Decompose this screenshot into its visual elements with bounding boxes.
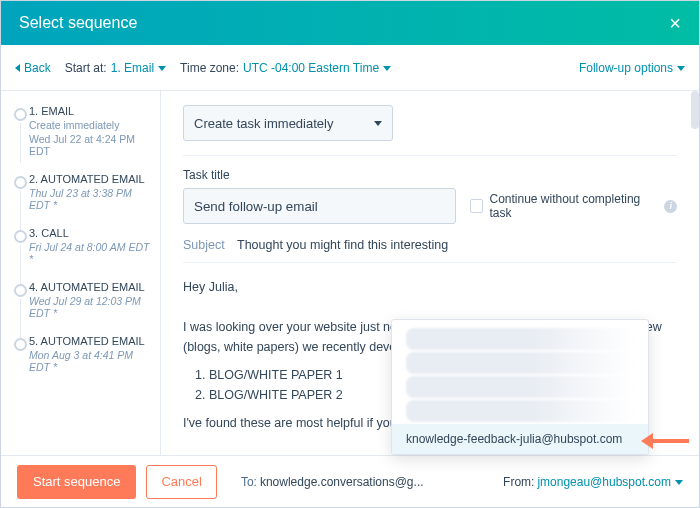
step-date: Thu Jul 23 at 3:38 PM EDT * [29, 187, 150, 211]
caret-down-icon [675, 480, 683, 485]
step-title: 2. AUTOMATED EMAIL [29, 173, 150, 185]
caret-down-icon [374, 121, 382, 126]
back-label: Back [24, 61, 51, 75]
suggestion-item-blurred[interactable] [406, 400, 634, 422]
close-icon[interactable]: × [669, 12, 681, 35]
followup-options-dropdown[interactable]: Follow-up options [579, 61, 685, 75]
start-sequence-button[interactable]: Start sequence [17, 465, 136, 499]
step-title: 3. CALL [29, 227, 150, 239]
task-timing-dropdown[interactable]: Create task immediately [183, 105, 393, 141]
timezone-label: Time zone: [180, 61, 239, 75]
modal-title: Select sequence [19, 14, 137, 32]
annotation-arrow [641, 433, 689, 449]
step-date: Wed Jul 22 at 4:24 PM EDT [29, 133, 150, 157]
email-suggestion-popup: knowledge-feedback-julia@hubspot.com [391, 319, 649, 455]
followup-label: Follow-up options [579, 61, 673, 75]
cancel-button[interactable]: Cancel [146, 465, 216, 499]
body-greeting: Hey Julia, [183, 277, 677, 297]
caret-down-icon [158, 66, 166, 71]
to-value[interactable]: knowledge.conversations@g... [260, 475, 424, 489]
from-dropdown[interactable]: jmongeau@hubspot.com [537, 475, 683, 489]
task-timing-value: Create task immediately [194, 116, 333, 131]
step-item[interactable]: 2. AUTOMATED EMAIL Thu Jul 23 at 3:38 PM… [11, 173, 150, 211]
suggestion-item-blurred[interactable] [406, 352, 634, 374]
scrollbar[interactable] [691, 91, 699, 129]
start-at-dropdown[interactable]: 1. Email [111, 61, 166, 75]
step-title: 5. AUTOMATED EMAIL [29, 335, 150, 347]
suggestion-item-blurred[interactable] [406, 376, 634, 398]
footer: Start sequence Cancel To: knowledge.conv… [1, 455, 699, 507]
task-title-label: Task title [183, 168, 677, 182]
caret-down-icon [383, 66, 391, 71]
step-date: Wed Jul 29 at 12:03 PM EDT * [29, 295, 150, 319]
step-item[interactable]: 5. AUTOMATED EMAIL Mon Aug 3 at 4:41 PM … [11, 335, 150, 373]
start-at-label: Start at: [65, 61, 107, 75]
suggestion-item-blurred[interactable] [406, 328, 634, 350]
subject-label: Subject [183, 238, 237, 252]
back-link[interactable]: Back [15, 61, 51, 75]
step-title: 1. EMAIL [29, 105, 150, 117]
info-icon[interactable]: i [664, 200, 677, 213]
to-label: To: [241, 475, 257, 489]
modal-header: Select sequence × [1, 1, 699, 45]
chevron-left-icon [15, 64, 20, 72]
step-date: Fri Jul 24 at 8:00 AM EDT * [29, 241, 150, 265]
toolbar: Back Start at: 1. Email Time zone: UTC -… [1, 45, 699, 91]
suggestion-item-highlighted[interactable]: knowledge-feedback-julia@hubspot.com [392, 424, 648, 454]
task-title-input[interactable] [183, 188, 456, 224]
step-item[interactable]: 3. CALL Fri Jul 24 at 8:00 AM EDT * [11, 227, 150, 265]
step-item[interactable]: 4. AUTOMATED EMAIL Wed Jul 29 at 12:03 P… [11, 281, 150, 319]
step-subtitle: Create immediately [29, 119, 150, 131]
subject-value[interactable]: Thought you might find this interesting [237, 238, 448, 252]
checkbox-icon [470, 199, 484, 213]
continue-checkbox-label: Continue without completing task [489, 192, 660, 220]
step-date: Mon Aug 3 at 4:41 PM EDT * [29, 349, 150, 373]
step-item[interactable]: 1. EMAIL Create immediately Wed Jul 22 a… [11, 105, 150, 157]
timezone-value: UTC -04:00 Eastern Time [243, 61, 379, 75]
timezone-dropdown[interactable]: UTC -04:00 Eastern Time [243, 61, 391, 75]
start-at-value: 1. Email [111, 61, 154, 75]
continue-checkbox[interactable]: Continue without completing task i [470, 192, 677, 220]
from-label: From: [503, 475, 534, 489]
caret-down-icon [677, 66, 685, 71]
step-title: 4. AUTOMATED EMAIL [29, 281, 150, 293]
steps-sidebar: 1. EMAIL Create immediately Wed Jul 22 a… [1, 91, 161, 455]
from-value: jmongeau@hubspot.com [537, 475, 671, 489]
